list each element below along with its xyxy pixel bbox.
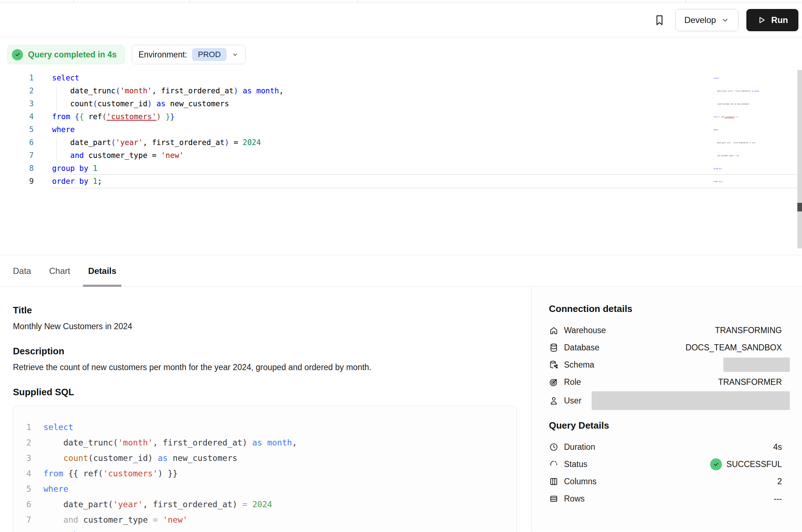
line-number: 7 (0, 149, 34, 162)
warehouse-value: TRANSFORMING (715, 326, 782, 335)
details-panel: Title Monthly New Customers in 2024 Desc… (0, 287, 531, 532)
user-redacted-value (592, 391, 790, 410)
code-line: 2 date_trunc('month', first_ordered_at) … (0, 84, 802, 97)
line-number: 1 (23, 420, 31, 435)
code-line: 6 date_part('year', first_ordered_at) = … (23, 497, 507, 512)
title-heading: Title (13, 305, 517, 316)
columns-icon (549, 477, 559, 486)
columns-value: 2 (777, 477, 782, 486)
line-number: 1 (0, 71, 34, 84)
code-line: 7 and customer_type = 'new' (0, 149, 802, 162)
code-line: 5where (0, 123, 802, 136)
chevron-down-icon (232, 51, 239, 58)
code-line: group by 1 (714, 162, 754, 175)
sql-editor[interactable]: 1select2 date_trunc('month', first_order… (0, 65, 802, 255)
indent-guide (56, 86, 57, 112)
code-line: 9order by 1; (0, 175, 802, 188)
details-content: Title Monthly New Customers in 2024 Desc… (0, 287, 802, 532)
code-line: 3 count(customer_id) as new_customers (23, 451, 507, 466)
code-line: 7 and customer_type = 'new' (23, 512, 507, 528)
code-line: 1select (23, 420, 507, 435)
code-line: 1select (0, 71, 802, 84)
line-number: 4 (0, 110, 34, 123)
success-check-icon (710, 458, 722, 470)
bookmark-icon[interactable] (652, 12, 667, 28)
database-value: DOCS_TEAM_SANDBOX (686, 343, 782, 353)
status-label: Status (564, 459, 587, 469)
tab-data[interactable]: Data (8, 255, 36, 286)
line-number: 3 (23, 451, 31, 466)
editor-minimap[interactable]: select date_trunc('month', first_ordered… (714, 72, 754, 188)
tab-divider (190, 0, 190, 3)
environment-value-badge: PROD (192, 48, 227, 61)
query-status-badge: Query completed in 4s (7, 45, 125, 64)
header-toolbar: Develop Run (0, 3, 802, 37)
scrollbar-thumb[interactable] (797, 203, 802, 211)
supplied-sql-card: 1select2 date_trunc('month', first_order… (13, 406, 517, 532)
tab-divider (358, 0, 358, 3)
develop-button-label: Develop (684, 15, 716, 25)
duration-value: 4s (773, 442, 782, 452)
connection-details-heading: Connection details (549, 303, 782, 314)
user-icon (549, 396, 559, 406)
browser-tab-strip (0, 0, 802, 3)
line-number: 7 (23, 512, 31, 528)
duration-icon (549, 442, 559, 452)
code-line: 5where (23, 481, 507, 497)
code-line: 8group by 1 (0, 162, 802, 175)
code-line: select (714, 72, 754, 85)
code-line: count(customer_id) as new_customers (714, 98, 754, 111)
tab-details[interactable]: Details (83, 255, 121, 286)
role-label: Role (564, 377, 581, 387)
code-line: and customer_type = 'new' (714, 149, 754, 162)
editor-scrollbar[interactable] (797, 70, 802, 248)
chevron-down-icon (721, 16, 729, 24)
warehouse-icon (549, 326, 559, 335)
code-line: order by 1; (714, 175, 754, 188)
editor-code[interactable]: 1select2 date_trunc('month', first_order… (0, 71, 802, 188)
code-line: 6 date_part('year', first_ordered_at) = … (0, 136, 802, 149)
rows-row: Rows --- (549, 490, 782, 507)
indent-guide (56, 137, 57, 163)
environment-selector[interactable]: Environment: PROD (132, 45, 246, 64)
line-number: 5 (23, 481, 31, 497)
code-line: 8group by 1 (23, 528, 507, 532)
develop-button[interactable]: Develop (675, 9, 738, 31)
schema-icon (549, 360, 559, 370)
columns-label: Columns (564, 477, 597, 486)
tab-chart[interactable]: Chart (44, 255, 75, 286)
line-number: 5 (0, 123, 34, 136)
results-tabbar: Data Chart Details (0, 255, 802, 287)
database-icon (549, 343, 559, 353)
code-line: from {{ ref('customers') }} (714, 111, 754, 123)
supplied-sql-heading: Supplied SQL (13, 387, 517, 398)
line-number: 4 (23, 466, 31, 481)
code-line: 2 date_trunc('month', first_ordered_at) … (23, 435, 507, 451)
code-line: date_trunc('month', first_ordered_at) as… (714, 85, 754, 98)
status-spinner-icon (549, 459, 559, 469)
warehouse-row: Warehouse TRANSFORMING (549, 322, 782, 339)
schema-row: Schema (549, 356, 782, 373)
environment-label: Environment: (139, 50, 187, 60)
query-status-text: Query completed in 4s (28, 50, 117, 60)
title-value: Monthly New Customers in 2024 (13, 322, 517, 331)
app-window: Develop Run Query completed in 4s Enviro… (0, 0, 802, 532)
role-value: TRANSFORMER (718, 377, 782, 387)
code-line: 3 count(customer_id) as new_customers (0, 97, 802, 110)
code-line: where (714, 123, 754, 136)
line-number: 9 (0, 175, 34, 188)
duration-row: Duration 4s (549, 438, 782, 456)
status-row: Query completed in 4s Environment: PROD (7, 45, 802, 65)
status-row-detail: Status SUCCESSFUL (549, 456, 782, 473)
database-row: Database DOCS_TEAM_SANDBOX (549, 339, 782, 356)
user-label: User (564, 396, 582, 406)
line-number: 3 (0, 97, 34, 110)
rows-value: --- (774, 494, 782, 504)
columns-row: Columns 2 (549, 473, 782, 490)
rows-icon (549, 494, 559, 504)
warehouse-label: Warehouse (564, 326, 606, 335)
description-value: Retrieve the count of new customers per … (13, 363, 517, 372)
run-button[interactable]: Run (746, 9, 798, 31)
tab-divider (74, 0, 74, 3)
status-value: SUCCESSFUL (726, 459, 782, 469)
